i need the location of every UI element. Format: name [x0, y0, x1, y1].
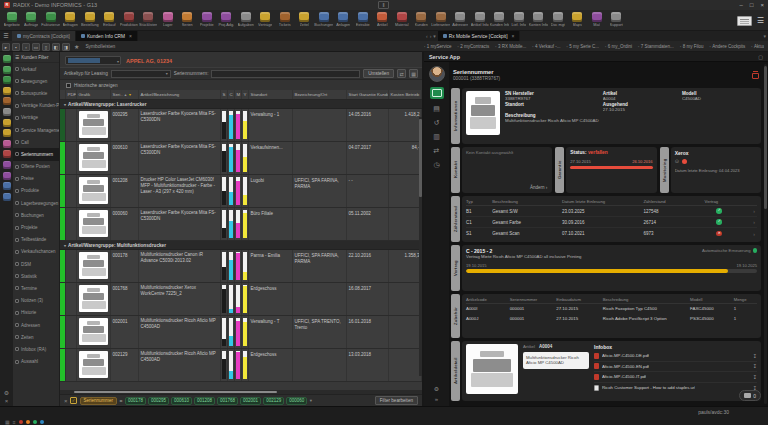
sidebar-item-offene-posten[interactable]: Offene Posten: [13, 161, 59, 173]
cockpit-link-5-my-serie-c[interactable]: 5 my Serie C...: [567, 44, 600, 49]
avatar[interactable]: [429, 66, 445, 82]
vertical-scrollbar[interactable]: [419, 117, 422, 376]
toolbar-item-st-cklisten[interactable]: Stücklisten: [139, 11, 159, 29]
rail-module-icon-3[interactable]: [3, 87, 11, 95]
toolbar-item-zettel[interactable]: Zettel: [295, 11, 315, 29]
nav-right-icon[interactable]: ›: [430, 33, 432, 39]
kontakt-section-tab[interactable]: Kontakt: [451, 147, 460, 193]
sidebar-item-bewegungen[interactable]: Bewegungen: [13, 75, 59, 87]
nav-left-icon[interactable]: ‹: [426, 33, 428, 39]
minimize-button[interactable]: –: [740, 2, 743, 8]
column-header-standort[interactable]: Standort: [249, 90, 293, 99]
kontakt-change-link[interactable]: Ändern ›: [530, 185, 547, 190]
sidebar-item-produkte[interactable]: Produkte: [13, 185, 59, 197]
pin-icon[interactable]: ‖: [378, 1, 389, 9]
cockpit-link-aktualisieren[interactable]: Aktualisieren: [751, 44, 764, 49]
horizontal-scrollbar[interactable]: [60, 390, 422, 394]
table-row-001208[interactable]: 001208Drucker HP Color LaserJet CM6030f …: [60, 175, 422, 208]
accessory-row-1[interactable]: A000J00000127.10.2015Ricoh Adobe PostScr…: [466, 314, 757, 324]
chevron-down-icon[interactable]: ▾: [310, 398, 312, 403]
grid-icon[interactable]: ▦: [5, 419, 10, 425]
lines-icon[interactable]: ≡: [13, 419, 16, 425]
edit-filter-button[interactable]: Filter bearbeiten: [375, 396, 418, 405]
customer-select[interactable]: ▾: [65, 56, 121, 65]
counter-row-c1[interactable]: C1Gesamt Farbe30.09.201626714✓›: [466, 217, 757, 228]
sidebar-header[interactable]: ☰ Kunden Filter: [13, 52, 59, 63]
table-row-002129[interactable]: 002129Multifunktionsdrucker Ricoh Aficio…: [60, 349, 422, 382]
column-header-start-garantie-kunde[interactable]: Start Garantie Kunde: [347, 90, 389, 99]
rail-module-icon-8[interactable]: [3, 140, 11, 148]
cockpit-link-4-verkauf[interactable]: 4 Verkauf -...: [532, 44, 560, 49]
cockpit-link-2-mycontracts[interactable]: 2 myContracts: [458, 44, 490, 49]
toolbar-item-extrakte[interactable]: Extrakte: [353, 11, 373, 29]
maximize-button[interactable]: □: [750, 2, 754, 8]
nav-dropdown-icon[interactable]: ▾: [433, 33, 436, 39]
history-checkbox[interactable]: [66, 83, 71, 88]
toolbar-item-doc-mgt[interactable]: Doc mgt: [548, 11, 568, 29]
monitoring-section-tab[interactable]: Monitoring: [660, 147, 669, 193]
display-toggle-icon[interactable]: [737, 16, 752, 26]
sidebar-item-auswahl[interactable]: Auswahl: [13, 356, 59, 368]
trash-icon[interactable]: [752, 71, 759, 79]
download-icon[interactable]: ↧: [753, 363, 757, 369]
filter-chip-001208[interactable]: 001208: [194, 397, 215, 405]
cockpit-link-8-my-filou[interactable]: 8 my Filou: [680, 44, 704, 49]
cockpit-link-7-stammdaten[interactable]: 7 Stammdaten...: [638, 44, 674, 49]
toolbar-item-anlagen[interactable]: Anlagen: [334, 11, 354, 29]
toolbar-item-fakturierung[interactable]: Fakturierung: [41, 11, 61, 29]
group-header-artikel-warengruppe-laserdrucker[interactable]: ▾Artikel/Warengruppe: Laserdrucker: [60, 100, 422, 109]
tab-kunden-info-crm[interactable]: Kunden Info CRM×: [76, 31, 138, 41]
rail-module-icon-11[interactable]: [3, 172, 11, 180]
chevron-right-icon[interactable]: ›: [734, 219, 757, 225]
filter-chip-002129[interactable]: 002129: [263, 397, 284, 405]
filter-chip-000610[interactable]: 000610: [171, 397, 192, 405]
sidebar-item-verkauf[interactable]: Verkauf: [13, 63, 59, 75]
sidebar-item-notizen-3[interactable]: Notizen (3): [13, 295, 59, 307]
close-icon[interactable]: ×: [5, 398, 9, 404]
garantie-section-tab[interactable]: Garantie: [555, 147, 564, 193]
sidebar-item-projekte[interactable]: Projekte: [13, 221, 59, 233]
sidebar-item-vertr-ge-kunden-preise[interactable]: Verträge Kunden-Preise: [13, 100, 59, 112]
cockpit-link-3-rx-mobile[interactable]: 3 RX Mobile...: [495, 44, 526, 49]
device-tab-active-icon[interactable]: [430, 87, 444, 99]
sidebar-item-verkaufschancen[interactable]: Verkaufschancen: [13, 246, 59, 258]
grid-icon[interactable]: ▦: [409, 69, 418, 78]
sidebar-item-bonuspunkte[interactable]: Bonuspunkte: [13, 87, 59, 99]
filter-chip-002001[interactable]: 002001: [240, 397, 261, 405]
serial-filter-input[interactable]: [211, 70, 360, 78]
tabs-more-icon[interactable]: ▾: [763, 33, 766, 39]
history-icon[interactable]: ↺: [434, 118, 440, 127]
table-row-001768[interactable]: 001768Multifunktionsdrucker Xerox WorkCe…: [60, 283, 422, 316]
horizontal-scrollbar-thumb[interactable]: [74, 391, 277, 393]
column-header-seri[interactable]: Seri..▲▼: [111, 90, 139, 99]
sidebar-item-seriennummern[interactable]: Seriennummern: [13, 148, 59, 160]
switch-button[interactable]: Umstellen: [363, 69, 394, 78]
toolbar-item-lieferanten[interactable]: Lieferanten: [431, 11, 451, 29]
rail-module-icon-0[interactable]: [3, 55, 11, 63]
rail-module-icon-2[interactable]: [3, 76, 11, 84]
rail-module-icon-6[interactable]: [3, 119, 11, 127]
clear-filter-icon[interactable]: ×: [64, 398, 68, 404]
toolbar-item-artikel[interactable]: Artikel: [373, 11, 393, 29]
toolbar-item-lief-info[interactable]: Lief. Info: [509, 11, 529, 29]
rail-module-icon-7[interactable]: [3, 129, 11, 137]
sidebar-item-adressen[interactable]: Adressen: [13, 319, 59, 331]
cockpit-link-6-my-ordini[interactable]: 6 my_Ordini: [605, 44, 632, 49]
panel-scrollbar[interactable]: [764, 64, 767, 404]
filter-chip-001768[interactable]: 001768: [217, 397, 238, 405]
tabs-menu-icon[interactable]: ☰: [0, 31, 12, 41]
column-header-bezeichnung-ort[interactable]: Bezeichnung/Ort: [293, 90, 347, 99]
refresh-icon[interactable]: ⇄: [397, 69, 406, 78]
toolbar-item-buchungen[interactable]: Buchungen: [314, 11, 334, 29]
quickbar-icon-6[interactable]: ◨: [62, 43, 70, 51]
toolbar-item-aufgaben[interactable]: Aufgaben: [236, 11, 256, 29]
toolbar-item-anfragen[interactable]: Anfragen: [61, 11, 81, 29]
toolbar-item-projekte[interactable]: Projekte: [197, 11, 217, 29]
counter-row-s1[interactable]: S1Gesamt Scan07.10.20216973✕›: [466, 228, 757, 239]
download-icon[interactable]: ↧: [753, 374, 757, 380]
panel-scrollbar-thumb[interactable]: [764, 66, 767, 209]
column-header-pdf[interactable]: PDF: [66, 90, 77, 99]
toolbar-item-mail[interactable]: Mail: [587, 11, 607, 29]
tab-mycontracts-cockpit[interactable]: myContracts [Cockpit]: [12, 31, 76, 41]
toolbar-item-material[interactable]: Material: [392, 11, 412, 29]
